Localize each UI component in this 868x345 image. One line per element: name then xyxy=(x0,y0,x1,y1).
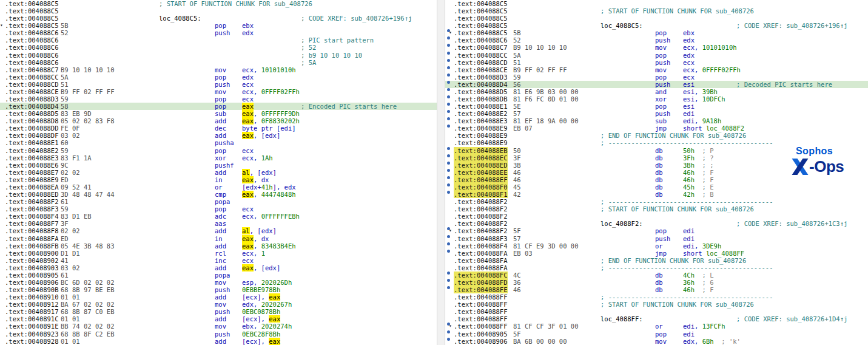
asm-line[interactable]: .text:0040890561popa xyxy=(0,272,437,279)
asm-line[interactable]: .text:0040892801 01add[ecx], eax xyxy=(0,338,437,345)
asm-line[interactable]: .text:004088E9EDineax, dx xyxy=(0,176,437,183)
asm-line[interactable]: .text:004088FF xyxy=(445,308,868,315)
asm-line[interactable]: .text:004088CEB9 FF 02 FF FFmovecx, 0FFF… xyxy=(0,88,437,95)
asm-line[interactable]: .text:004088C5loc_4088C5:; CODE XREF: su… xyxy=(445,22,868,29)
asm-line[interactable]: .text:004088EF46db46h ; F xyxy=(445,176,868,183)
asm-line[interactable]: .text:004088E9; END OF FUNCTION CHUNK FO… xyxy=(445,132,868,139)
asm-line[interactable]: .text:004088F261popa xyxy=(0,198,437,205)
asm-line[interactable]: .text:004088F357pushedi xyxy=(445,235,868,242)
asm-line[interactable]: .text:004088E160pusha xyxy=(0,139,437,146)
asm-line[interactable]: .text:004088C5 xyxy=(0,7,437,15)
asm-line[interactable]: .text:00408912BA 67 02 02 02movedx, 2020… xyxy=(0,301,437,308)
address: .text:00408910 xyxy=(5,293,59,301)
asm-line[interactable]: .text:004088FA; ------------------------… xyxy=(445,264,868,272)
asm-line[interactable]: .text:004088E702 02addal, [edx] xyxy=(0,169,437,176)
disasm-panel-encoded[interactable]: .text:004088C5; START OF FUNCTION CHUNK … xyxy=(0,0,437,345)
asm-line[interactable]: .text:004088DF03 02addeax, [edx] xyxy=(0,132,437,139)
asm-line[interactable]: .text:0040891768 8B 87 C0 EBpush0EBC0878… xyxy=(0,308,437,315)
asm-line[interactable]: .text:00408906BA 6B 00 00 00movedx, 6Bh … xyxy=(445,338,868,345)
asm-line[interactable]: .text:004088DB81 F6 FC 0D 01 00xoresi, 1… xyxy=(445,95,868,103)
asm-line[interactable]: ▾.text:004088F25Fpopedi xyxy=(445,227,868,234)
mnemonic: pop xyxy=(655,73,667,81)
asm-line[interactable]: .text:004088D583 EB 9Dsubeax, 0FFFFFF9Dh xyxy=(0,110,437,117)
collapse-arrow-icon[interactable]: ▾ xyxy=(449,29,452,36)
asm-line[interactable]: .text:004088D359popecx xyxy=(445,73,868,81)
asm-line[interactable]: .text:0040890303 02addeax, [edx] xyxy=(0,264,437,272)
asm-line[interactable]: .text:004088C5 xyxy=(445,15,868,22)
asm-line[interactable]: .text:00408906BC 6D 02 02 02movesp, 2020… xyxy=(0,279,437,286)
collapse-arrow-icon[interactable]: ▾ xyxy=(449,323,452,330)
asm-line[interactable]: .text:004088D456pushesi; Decoded PIC sta… xyxy=(445,81,868,88)
asm-line[interactable]: .text:004088E257pushedi xyxy=(445,110,868,117)
asm-line[interactable]: .text:004088E15Epopesi xyxy=(445,103,868,110)
asm-line[interactable]: .text:004088E69Cpushf xyxy=(0,162,437,169)
asm-line[interactable]: .text:004088F483 D1 EBadcecx, 0FFFFFFEBh xyxy=(0,213,437,220)
asm-line[interactable]: .text:004088F2loc_4088F2:; CODE XREF: su… xyxy=(445,220,868,227)
comment: ; CODE XREF: sub_408726+196↑j xyxy=(736,22,847,29)
asm-line[interactable]: .text:004088D805 02 02 83 F8addeax, 0F88… xyxy=(0,117,437,125)
asm-line[interactable]: .text:004088F481 CF E9 3D 00 00oredi, 3D… xyxy=(445,242,868,250)
asm-line[interactable]: .text:004088D359popecx xyxy=(0,95,437,103)
asm-line[interactable]: .text:004088E259popecx xyxy=(0,147,437,154)
asm-line[interactable]: .text:004088C6; b9 10 10 10 10 xyxy=(0,52,437,59)
asm-line[interactable]: ▾.text:004088C55Bpopebx xyxy=(0,22,437,29)
asm-line[interactable]: .text:004088FD36db36h ; 6 xyxy=(445,279,868,286)
asm-line[interactable]: .text:004088F142db42h ; B xyxy=(445,191,868,198)
asm-line[interactable]: .text:004088FAEDineax, dx xyxy=(0,235,437,242)
asm-line[interactable]: .text:004088CC5Apopedx xyxy=(445,52,868,59)
gutter-dot-icon xyxy=(447,183,450,186)
asm-line[interactable]: .text:0040890241incecx xyxy=(0,257,437,264)
asm-line[interactable]: .text:004088C7B9 10 10 10 10movecx, 1010… xyxy=(0,66,437,73)
asm-line[interactable]: ▾.text:004088C55Bpopebx xyxy=(445,29,868,36)
asm-line[interactable]: .text:0040890B68 8B 97 BE EBpush0EBBE978… xyxy=(0,286,437,293)
asm-line[interactable]: .text:004088CD51pushecx xyxy=(0,81,437,88)
asm-line[interactable]: .text:004088E9EB 07jmpshort loc_4088F2 xyxy=(445,125,868,132)
asm-line[interactable]: .text:004088C6; PIC start pattern xyxy=(0,36,437,44)
asm-line[interactable]: .text:004088FF; ------------------------… xyxy=(445,293,868,301)
asm-line[interactable]: .text:004088F045db45h ; E xyxy=(445,183,868,191)
asm-line[interactable]: .text:004088DDFE 0Fdecbyte ptr [edi] xyxy=(0,125,437,132)
asm-line[interactable]: .text:004088F2 xyxy=(445,213,868,220)
asm-line[interactable]: .text:004088FA; END OF FUNCTION CHUNK FO… xyxy=(445,257,868,264)
asm-line[interactable]: .text:004088CEB9 FF 02 FF FFmovecx, 0FFF… xyxy=(445,66,868,73)
asm-line[interactable]: .text:004088F802 02addal, [edx] xyxy=(0,227,437,234)
asm-line[interactable]: .text:0040892368 8B 8F C2 EBpush0EBC28F8… xyxy=(0,330,437,338)
collapse-arrow-icon[interactable]: ▾ xyxy=(449,227,452,234)
asm-line[interactable]: .text:004088FFloc_4088FF:; CODE XREF: su… xyxy=(445,315,868,323)
asm-line[interactable]: .text:004088CD51pushecx xyxy=(445,59,868,66)
asm-line[interactable]: .text:004088F2; START OF FUNCTION CHUNK … xyxy=(445,205,868,213)
asm-line[interactable]: .text:0040891001 01add[ecx], eax xyxy=(0,293,437,301)
asm-line[interactable]: .text:004088C6; 52 xyxy=(0,44,437,51)
asm-line[interactable]: .text:004088F359popecx xyxy=(0,205,437,213)
asm-line[interactable]: .text:004088C5; START OF FUNCTION CHUNK … xyxy=(0,0,437,7)
asm-line[interactable]: .text:004088FAEB 03jmpshort loc_4088FF xyxy=(445,250,868,257)
asm-line[interactable]: .text:004088FF; START OF FUNCTION CHUNK … xyxy=(445,301,868,308)
scrollbar[interactable] xyxy=(437,0,445,345)
asm-line[interactable]: .text:004088C7B9 10 10 10 10movecx, 1010… xyxy=(445,44,868,51)
disasm-panel-decoded[interactable]: Sophos -Ops .text:004088C5.text:004088C5… xyxy=(445,0,868,345)
asm-line[interactable]: .text:004088FC4Cdb4Ch ; L xyxy=(445,272,868,279)
asm-line[interactable]: .text:004089055Fpopedi xyxy=(445,330,868,338)
asm-line[interactable]: .text:004088E383 F1 1Axorecx, 1Ah xyxy=(0,154,437,162)
asm-line[interactable]: .text:004088C652pushedx xyxy=(445,36,868,44)
asm-line[interactable]: .text:004088F2; ------------------------… xyxy=(445,198,868,205)
asm-line[interactable]: .text:004088FB05 4E 3B 48 83addeax, 8348… xyxy=(0,242,437,250)
collapse-arrow-icon[interactable]: ▾ xyxy=(0,22,3,29)
asm-line[interactable]: .text:004088D458popeax; Encoded PIC star… xyxy=(0,103,437,110)
asm-line[interactable]: .text:004088C652pushedx xyxy=(0,29,437,36)
asm-line[interactable]: .text:004088CC5Apopedx xyxy=(0,73,437,81)
asm-line[interactable]: .text:004088E381 EF 18 9A 00 00subedi, 9… xyxy=(445,117,868,125)
asm-line[interactable]: .text:004088C6; 5A xyxy=(0,59,437,66)
asm-line[interactable]: .text:004088EA09 52 41or[edx+41h], edx xyxy=(0,183,437,191)
asm-line[interactable]: .text:004088C5loc_4088C5:; CODE XREF: su… xyxy=(0,15,437,22)
asm-line[interactable]: .text:0040891EBB 74 02 02 02movebx, 2020… xyxy=(0,323,437,330)
asm-line[interactable]: .text:0040891C01 01add[ecx], eax xyxy=(0,315,437,323)
asm-line[interactable]: ▾.text:004088FF81 CF CF 3F 01 00oredi, 1… xyxy=(445,323,868,330)
asm-line[interactable]: .text:004088D581 E6 9B 03 00 00andesi, 3… xyxy=(445,88,868,95)
asm-line[interactable]: .text:00408900D1 D1rclecx, 1 xyxy=(0,250,437,257)
asm-line[interactable]: .text:004088C5 xyxy=(445,0,868,7)
asm-line[interactable]: .text:004088ED3D 48 48 47 44cmpeax, 4447… xyxy=(0,191,437,198)
asm-line[interactable]: .text:004088F73Faas xyxy=(0,220,437,227)
asm-line[interactable]: .text:004088FE46db46h ; F xyxy=(445,286,868,293)
asm-line[interactable]: .text:004088C5; START OF FUNCTION CHUNK … xyxy=(445,7,868,15)
